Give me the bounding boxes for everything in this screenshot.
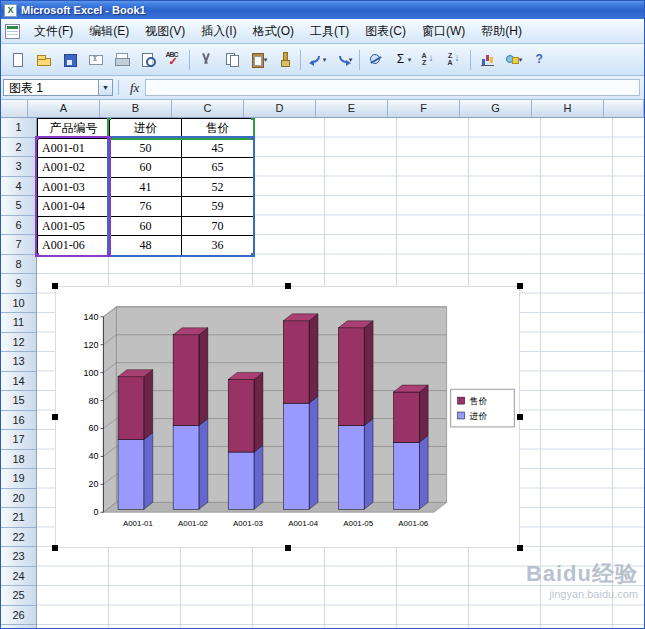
- column-header-a[interactable]: A: [28, 100, 100, 117]
- menu-item-i[interactable]: 插入(I): [193, 20, 244, 43]
- print-button[interactable]: [109, 48, 133, 72]
- row-header-12[interactable]: 12: [1, 333, 36, 353]
- copy-button[interactable]: [220, 48, 244, 72]
- cells-area[interactable]: 产品编号进价售价A001-015045A001-026065A001-03415…: [37, 118, 644, 629]
- cell-A1[interactable]: 产品编号: [37, 118, 110, 139]
- name-box-dropdown-icon[interactable]: ▼: [99, 79, 113, 96]
- worksheet-menu-icon[interactable]: [5, 24, 20, 39]
- column-header-d[interactable]: D: [244, 100, 316, 117]
- help-button[interactable]: [527, 48, 551, 72]
- chart-selection-handle[interactable]: [517, 283, 523, 289]
- cell-C6[interactable]: 70: [181, 216, 254, 237]
- cell-B6[interactable]: 60: [109, 216, 182, 237]
- cell-B4[interactable]: 41: [109, 177, 182, 198]
- row-header-6[interactable]: 6: [1, 216, 36, 236]
- cell-C5[interactable]: 59: [181, 196, 254, 217]
- chart-wizard-button[interactable]: [475, 48, 499, 72]
- cut-button[interactable]: [194, 48, 218, 72]
- menu-item-o[interactable]: 格式(O): [245, 20, 302, 43]
- cell-A3[interactable]: A001-02: [37, 157, 110, 178]
- chart-selection-handle[interactable]: [52, 283, 58, 289]
- chart-selection-handle[interactable]: [52, 545, 58, 551]
- email-button[interactable]: [83, 48, 107, 72]
- row-header-1[interactable]: 1: [1, 118, 36, 138]
- row-header-11[interactable]: 11: [1, 313, 36, 333]
- row-header-4[interactable]: 4: [1, 177, 36, 197]
- cell-A5[interactable]: A001-04: [37, 196, 110, 217]
- row-header-20[interactable]: 20: [1, 489, 36, 509]
- row-header-3[interactable]: 3: [1, 157, 36, 177]
- cell-A4[interactable]: A001-03: [37, 177, 110, 198]
- cell-C7[interactable]: 36: [181, 235, 254, 256]
- row-header-17[interactable]: 17: [1, 430, 36, 450]
- chart-selection-handle[interactable]: [285, 283, 291, 289]
- paste-button[interactable]: ▾: [246, 48, 270, 72]
- new-button[interactable]: [5, 48, 29, 72]
- row-header-25[interactable]: 25: [1, 586, 36, 606]
- row-header-14[interactable]: 14: [1, 372, 36, 392]
- cell-B2[interactable]: 50: [109, 138, 182, 159]
- row-header-26[interactable]: 26: [1, 606, 36, 626]
- row-header-22[interactable]: 22: [1, 528, 36, 548]
- cell-C3[interactable]: 65: [181, 157, 254, 178]
- row-header-23[interactable]: 23: [1, 547, 36, 567]
- row-header-9[interactable]: 9: [1, 274, 36, 294]
- cell-C1[interactable]: 售价: [181, 118, 254, 139]
- chart-selection-handle[interactable]: [517, 545, 523, 551]
- chart-object[interactable]: 020406080100120140A001-01A001-02A001-03A…: [55, 286, 520, 548]
- cell-B5[interactable]: 76: [109, 196, 182, 217]
- menu-item-w[interactable]: 窗口(W): [414, 20, 473, 43]
- row-header-18[interactable]: 18: [1, 450, 36, 470]
- print-preview-button[interactable]: [135, 48, 159, 72]
- menu-item-e[interactable]: 编辑(E): [81, 20, 137, 43]
- menu-item-v[interactable]: 视图(V): [137, 20, 193, 43]
- row-header-16[interactable]: 16: [1, 411, 36, 431]
- sort-ascending-button[interactable]: [416, 48, 440, 72]
- column-header-c[interactable]: C: [172, 100, 244, 117]
- column-header-b[interactable]: B: [100, 100, 172, 117]
- column-header-f[interactable]: F: [388, 100, 460, 117]
- cell-A2[interactable]: A001-01: [37, 138, 110, 159]
- hyperlink-button[interactable]: [364, 48, 388, 72]
- chart-selection-handle[interactable]: [517, 414, 523, 420]
- cell-C4[interactable]: 52: [181, 177, 254, 198]
- cell-B7[interactable]: 48: [109, 235, 182, 256]
- row-header-2[interactable]: 2: [1, 138, 36, 158]
- autosum-button[interactable]: ▾: [390, 48, 414, 72]
- undo-button[interactable]: ▾: [305, 48, 329, 72]
- spelling-button[interactable]: [161, 48, 185, 72]
- cell-B3[interactable]: 60: [109, 157, 182, 178]
- cell-B1[interactable]: 进价: [109, 118, 182, 139]
- cell-A6[interactable]: A001-05: [37, 216, 110, 237]
- row-header-7[interactable]: 7: [1, 235, 36, 255]
- menu-item-t[interactable]: 工具(T): [302, 20, 357, 43]
- open-button[interactable]: [31, 48, 55, 72]
- select-all-corner[interactable]: [1, 100, 28, 117]
- row-header-5[interactable]: 5: [1, 196, 36, 216]
- row-header-19[interactable]: 19: [1, 469, 36, 489]
- column-header-g[interactable]: G: [460, 100, 532, 117]
- row-header-10[interactable]: 10: [1, 294, 36, 314]
- formula-input[interactable]: [145, 79, 640, 96]
- drawing-button[interactable]: ▾: [501, 48, 525, 72]
- format-painter-button[interactable]: [272, 48, 296, 72]
- redo-button[interactable]: ▾: [331, 48, 355, 72]
- sort-descending-button[interactable]: [442, 48, 466, 72]
- row-header-21[interactable]: 21: [1, 508, 36, 528]
- name-box[interactable]: 图表 1: [3, 79, 99, 96]
- menu-item-c[interactable]: 图表(C): [357, 20, 414, 43]
- cell-C2[interactable]: 45: [181, 138, 254, 159]
- menu-item-f[interactable]: 文件(F): [26, 20, 81, 43]
- column-header-e[interactable]: E: [316, 100, 388, 117]
- row-header-24[interactable]: 24: [1, 567, 36, 587]
- row-header-15[interactable]: 15: [1, 391, 36, 411]
- insert-function-button[interactable]: fx: [124, 80, 145, 96]
- chart-selection-handle[interactable]: [285, 545, 291, 551]
- save-button[interactable]: [57, 48, 81, 72]
- row-header-13[interactable]: 13: [1, 352, 36, 372]
- chart-selection-handle[interactable]: [52, 414, 58, 420]
- menu-item-h[interactable]: 帮助(H): [473, 20, 530, 43]
- row-header-8[interactable]: 8: [1, 255, 36, 275]
- column-header-h[interactable]: H: [532, 100, 604, 117]
- cell-A7[interactable]: A001-06: [37, 235, 110, 256]
